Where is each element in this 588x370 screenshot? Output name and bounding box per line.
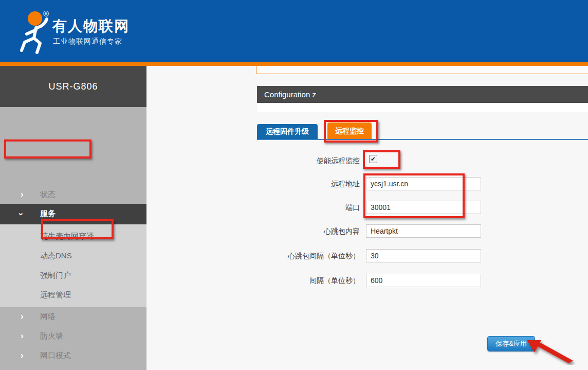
chevron-right-icon: › xyxy=(21,350,24,361)
top-header: ® 有人物联网 工业物联网通信专家 xyxy=(0,0,588,62)
remote-address-input[interactable] xyxy=(366,177,481,190)
sidebar-item-firewall[interactable]: › 防火墙 xyxy=(0,331,146,342)
remote-address-label: 远程地址 xyxy=(221,180,360,189)
registered-trademark: ® xyxy=(43,9,49,18)
interval-label: 间隔（单位秒） xyxy=(221,276,360,286)
sidebar-item-status[interactable]: › 状态 xyxy=(0,189,146,201)
chevron-right-icon: › xyxy=(21,311,24,322)
section-title-bar: Configuration z xyxy=(257,86,588,103)
sidebar-item-ddns[interactable]: 动态DNS xyxy=(40,251,72,260)
sidebar-item-network[interactable]: › 网络 xyxy=(0,311,146,323)
enable-remote-monitoring-checkbox[interactable]: ✔ xyxy=(369,155,377,163)
section-title: Configuration z xyxy=(264,86,316,103)
page: ® 有人物联网 工业物联网通信专家 USR-G806 › 状态 › 服务 花生壳… xyxy=(0,0,588,370)
enable-remote-monitoring-label: 使能远程监控 xyxy=(221,156,360,166)
sidebar-item-peanut-shell[interactable]: 花生壳内网穿透 xyxy=(40,232,94,241)
interval-input[interactable] xyxy=(366,274,481,287)
sidebar-item-services[interactable]: › 服务 xyxy=(0,204,146,224)
port-input[interactable] xyxy=(366,201,481,214)
chevron-down-icon: › xyxy=(16,213,26,216)
heartbeat-interval-input[interactable] xyxy=(366,249,481,262)
tab-underline xyxy=(257,139,588,140)
sidebar: USR-G806 › 状态 › 服务 花生壳内网穿透 动态DNS 强制门户 远程… xyxy=(0,66,146,370)
brand-title: 有人物联网 xyxy=(52,16,130,36)
sidebar-item-remote-management[interactable]: 远程管理 xyxy=(40,290,71,299)
sidebar-item-port-mode[interactable]: › 网口模式 xyxy=(0,350,146,362)
tab-remote-firmware-upgrade[interactable]: 远程固件升级 xyxy=(257,124,318,139)
annotation-box-checkbox xyxy=(363,150,400,169)
device-name: USR-G806 xyxy=(0,66,146,107)
checkmark-icon: ✔ xyxy=(371,155,376,163)
brand-subtitle: 工业物联网通信专家 xyxy=(53,37,122,46)
heartbeat-content-label: 心跳包内容 xyxy=(221,227,360,236)
section-spacer xyxy=(257,103,588,112)
chevron-right-icon: › xyxy=(21,331,24,341)
tab-remote-monitoring[interactable]: 远程监控 xyxy=(327,122,372,139)
heartbeat-content-input[interactable] xyxy=(366,224,481,238)
sidebar-item-captive-portal[interactable]: 强制门户 xyxy=(40,271,71,280)
port-label: 端口 xyxy=(221,203,360,213)
partial-panel-box xyxy=(256,65,588,74)
chevron-right-icon: › xyxy=(21,189,24,200)
save-apply-button[interactable]: 保存&应用 xyxy=(487,336,535,351)
heartbeat-interval-label: 心跳包间隔（单位秒） xyxy=(221,252,360,261)
